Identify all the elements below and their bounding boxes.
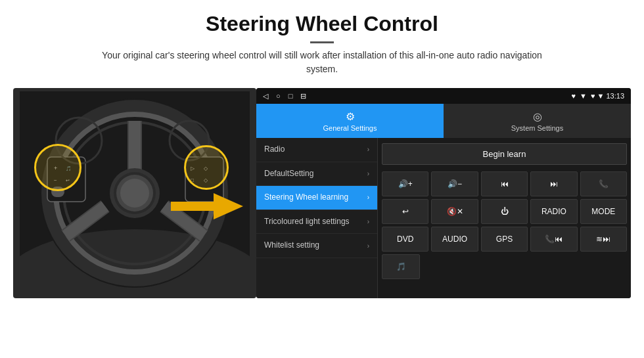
call-next-icon: ≋⏭ <box>596 235 610 244</box>
menu-item-default-setting[interactable]: DefaultSetting › <box>256 162 377 187</box>
left-highlight-circle <box>34 144 81 191</box>
settings-menu: Radio › DefaultSetting › Steering Wheel … <box>256 138 378 298</box>
controls-row-4: 🎵 <box>382 254 627 279</box>
menu-item-radio-label: Radio <box>264 145 367 155</box>
svg-rect-30 <box>171 202 216 211</box>
call-next-button[interactable]: ≋⏭ <box>580 227 627 252</box>
mode-label: MODE <box>591 207 615 216</box>
steering-wheel-svg: + − 🎵 ↩ ▷ ◇ □ ◇ <box>20 91 250 295</box>
tab-general-label: General Settings <box>323 124 377 132</box>
call-prev-icon: 📞⏮ <box>545 235 563 244</box>
hangup-button[interactable]: ↩ <box>382 199 428 224</box>
power-button[interactable]: ⏻ <box>481 199 528 224</box>
hangup-icon: ↩ <box>402 207 409 216</box>
chevron-icon-default: › <box>367 170 369 177</box>
steering-wheel-settings-panel: Begin learn 🔊+ 🔊− ⏮ <box>378 138 631 298</box>
radio-button[interactable]: RADIO <box>530 199 577 224</box>
location-icon: ♥ <box>572 92 576 100</box>
signal-icon: ▼ <box>580 92 587 100</box>
mode-button[interactable]: MODE <box>580 199 627 224</box>
system-settings-icon: ◎ <box>533 110 542 123</box>
settings-body: Radio › DefaultSetting › Steering Wheel … <box>256 138 631 298</box>
time-display: ♥ ▼ 13:13 <box>591 92 624 100</box>
title-divider <box>310 41 334 43</box>
begin-learn-row: Begin learn <box>382 141 627 168</box>
svg-point-15 <box>120 179 149 208</box>
right-highlight-circle <box>184 145 229 190</box>
menu-nav-icon[interactable]: ⊟ <box>300 92 306 101</box>
power-icon: ⏻ <box>501 207 509 216</box>
chevron-icon-whitelist: › <box>367 242 369 250</box>
audio-button[interactable]: AUDIO <box>431 227 478 252</box>
chevron-icon-radio: › <box>367 146 369 153</box>
menu-item-whitelist-label: Whitelist setting <box>264 240 367 251</box>
dvd-label: DVD <box>397 235 413 244</box>
gps-button[interactable]: GPS <box>481 227 528 252</box>
radio-label: RADIO <box>541 207 566 216</box>
mute-button[interactable]: 🔇✕ <box>431 199 478 224</box>
menu-item-radio[interactable]: Radio › <box>256 138 377 162</box>
prev-button[interactable]: ⏮ <box>481 171 528 196</box>
menu-item-tricoloured-label: Tricoloured light settings <box>264 217 367 227</box>
vol-down-button[interactable]: 🔊− <box>431 171 478 196</box>
tab-general-settings[interactable]: ⚙ General Settings <box>256 104 444 138</box>
vol-up-button[interactable]: 🔊+ <box>382 171 428 196</box>
tab-bar: ⚙ General Settings ◎ System Settings <box>256 104 631 138</box>
vol-up-icon: 🔊+ <box>398 179 413 189</box>
main-content: + − 🎵 ↩ ▷ ◇ □ ◇ <box>0 81 644 305</box>
chevron-icon-steering: › <box>367 194 369 201</box>
phone-icon: 📞 <box>599 179 609 189</box>
android-screen: ◁ ○ □ ⊟ ♥ ▼ ♥ ▼ 13:13 ⚙ General Settings… <box>256 88 631 298</box>
music-icon: 🎵 <box>396 262 406 271</box>
next-button[interactable]: ⏭ <box>530 171 577 196</box>
nav-icons: ◁ ○ □ ⊟ <box>263 92 306 101</box>
status-right: ♥ ▼ ♥ ▼ 13:13 <box>572 92 624 100</box>
call-prev-button[interactable]: 📞⏮ <box>530 227 577 252</box>
vol-down-icon: 🔊− <box>448 179 462 189</box>
general-settings-icon: ⚙ <box>346 110 355 123</box>
chevron-icon-tricoloured: › <box>367 218 369 225</box>
menu-item-whitelist[interactable]: Whitelist setting › <box>256 234 377 258</box>
status-bar: ◁ ○ □ ⊟ ♥ ▼ ♥ ▼ 13:13 <box>256 88 631 104</box>
page-header: Steering Wheel Control Your original car… <box>0 0 644 81</box>
menu-item-tricoloured[interactable]: Tricoloured light settings › <box>256 210 377 235</box>
controls-grid: 🔊+ 🔊− ⏮ ⏭ 📞 <box>382 171 627 279</box>
menu-item-steering-label: Steering Wheel learning <box>264 192 367 203</box>
page-subtitle: Your original car's steering wheel contr… <box>92 49 552 76</box>
controls-row-1: 🔊+ 🔊− ⏮ ⏭ 📞 <box>382 171 627 196</box>
tab-system-settings[interactable]: ◎ System Settings <box>444 104 631 138</box>
begin-learn-button[interactable]: Begin learn <box>382 143 627 165</box>
controls-row-3: DVD AUDIO GPS 📞⏮ ≋⏭ <box>382 227 627 252</box>
back-nav-icon[interactable]: ◁ <box>263 92 268 101</box>
mute-icon: 🔇✕ <box>447 207 463 216</box>
dvd-button[interactable]: DVD <box>382 227 428 252</box>
phone-button[interactable]: 📞 <box>580 171 627 196</box>
gps-label: GPS <box>496 235 513 244</box>
music-button[interactable]: 🎵 <box>382 254 420 279</box>
next-icon: ⏭ <box>550 179 558 189</box>
menu-item-default-label: DefaultSetting <box>264 169 367 179</box>
steering-wheel-image: + − 🎵 ↩ ▷ ◇ □ ◇ <box>13 88 256 298</box>
prev-icon: ⏮ <box>501 179 509 189</box>
tab-system-label: System Settings <box>511 124 563 132</box>
menu-item-steering-wheel[interactable]: Steering Wheel learning › <box>256 186 377 210</box>
audio-label: AUDIO <box>442 235 467 244</box>
controls-row-2: ↩ 🔇✕ ⏻ RADIO MODE <box>382 199 627 224</box>
home-nav-icon[interactable]: ○ <box>276 92 281 100</box>
recents-nav-icon[interactable]: □ <box>288 92 293 100</box>
page-title: Steering Wheel Control <box>26 12 618 36</box>
